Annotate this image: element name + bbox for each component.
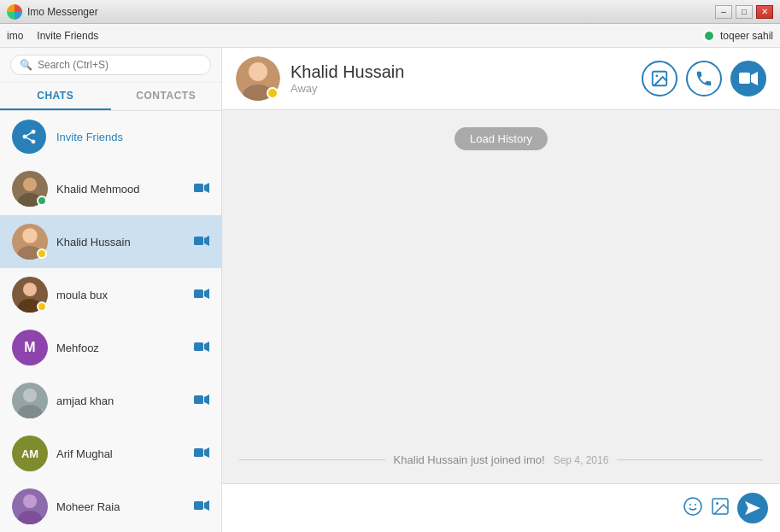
user-name: toqeer sahil (720, 30, 773, 42)
svg-marker-29 (204, 500, 209, 511)
video-icon-5[interactable] (194, 394, 209, 407)
contact-item-moula-bux[interactable]: moula bux (0, 268, 221, 321)
svg-marker-17 (204, 342, 209, 352)
chat-status-badge (267, 87, 279, 99)
image-button[interactable] (710, 496, 730, 521)
svg-marker-24 (204, 447, 209, 458)
yellow-badge (37, 248, 47, 259)
contact-item-moheer-raia[interactable]: Moheer Raia (0, 480, 221, 532)
chat-user-status: Away (290, 82, 642, 95)
svg-rect-23 (194, 448, 203, 457)
avatar-wrapper-4: M (12, 330, 48, 365)
video-icon[interactable] (194, 182, 209, 196)
svg-point-38 (689, 504, 691, 506)
search-wrapper[interactable]: 🔍 (10, 55, 211, 75)
contact-name-5: amjad khan (56, 395, 185, 407)
video-icon-4[interactable] (194, 341, 209, 354)
join-date: Sep 4, 2016 (554, 454, 609, 466)
close-button[interactable]: ✕ (756, 5, 773, 19)
contact-name-7: Moheer Raia (56, 500, 185, 513)
chat-user-name: Khalid Hussain (290, 62, 642, 82)
svg-point-26 (23, 494, 37, 508)
tab-chats[interactable]: CHATS (0, 83, 111, 110)
join-notification: Khalid Hussain just joined imo! Sep 4, 2… (239, 453, 763, 466)
svg-marker-15 (204, 289, 209, 299)
menu-item-imo[interactable]: imo (7, 30, 23, 42)
chat-user-info: Khalid Hussain Away (290, 62, 642, 95)
status-indicator (703, 30, 715, 42)
tab-contacts[interactable]: CONTACTS (111, 83, 222, 110)
minimize-button[interactable]: – (715, 5, 732, 19)
media-button[interactable] (642, 61, 677, 96)
message-input[interactable] (234, 495, 674, 521)
svg-rect-3 (194, 184, 203, 192)
svg-point-31 (249, 62, 267, 81)
svg-marker-10 (204, 236, 209, 246)
invite-avatar (12, 120, 46, 154)
avatar-wrapper-2 (12, 224, 48, 260)
tabs: CHATS CONTACTS (0, 83, 221, 111)
app-icon (7, 4, 22, 20)
load-history-button[interactable]: Load History (455, 127, 548, 150)
input-actions (683, 493, 768, 523)
title-bar-controls: – □ ✕ (715, 5, 773, 19)
search-icon: 🔍 (20, 59, 32, 71)
chat-area: Khalid Hussain Away (222, 48, 780, 532)
send-button[interactable] (737, 493, 768, 523)
menu-item-invite[interactable]: Invite Friends (37, 30, 98, 42)
svg-rect-35 (739, 73, 750, 84)
contact-item-amjad-khan[interactable]: amjad khan (0, 374, 221, 427)
contact-item-mehfooz[interactable]: M Mehfooz (0, 321, 221, 374)
emoji-button[interactable] (683, 496, 703, 521)
menu-bar: imo Invite Friends toqeer sahil (0, 24, 780, 48)
svg-marker-4 (204, 183, 209, 193)
svg-rect-14 (194, 289, 203, 298)
svg-point-39 (695, 504, 696, 506)
svg-marker-22 (204, 395, 209, 405)
chat-actions (642, 61, 766, 96)
avatar-wrapper (12, 171, 48, 207)
contact-item-khalid-mehmood[interactable]: Khalid Mehmood (0, 162, 221, 215)
online-badge (37, 196, 47, 206)
phone-button[interactable] (686, 61, 722, 96)
menu-items: imo Invite Friends (7, 30, 98, 42)
svg-point-1 (23, 178, 37, 191)
video-icon-7[interactable] (194, 500, 209, 513)
svg-rect-28 (194, 501, 203, 510)
sidebar: 🔍 CHATS CONTACTS Invite Friends (0, 48, 222, 532)
join-text: Khalid Hussain just joined imo! (394, 453, 545, 466)
contact-item-khalid-hussain[interactable]: Khalid Hussain (0, 215, 221, 268)
svg-point-41 (716, 502, 718, 505)
svg-point-19 (23, 389, 37, 402)
svg-marker-36 (751, 72, 758, 85)
video-icon-6[interactable] (194, 447, 209, 460)
svg-point-12 (23, 283, 37, 296)
app-title: Imo Messenger (27, 6, 98, 18)
contact-name-2: Khalid Hussain (56, 236, 185, 248)
svg-rect-21 (194, 395, 203, 404)
svg-point-34 (655, 74, 658, 77)
svg-rect-9 (194, 237, 203, 245)
title-bar-left: Imo Messenger (7, 4, 98, 20)
video-call-button[interactable] (730, 61, 766, 96)
avatar-moheer-raia (12, 488, 48, 524)
avatar-wrapper-7 (12, 488, 48, 524)
video-icon-3[interactable] (194, 288, 209, 301)
contact-item-arif-mughal[interactable]: AM Arif Mughal (0, 427, 221, 480)
maximize-button[interactable]: □ (736, 5, 753, 19)
contact-name-6: Arif Mughal (56, 447, 185, 460)
invite-friends-item[interactable]: Invite Friends (0, 111, 221, 162)
contact-name-3: moula bux (56, 289, 185, 301)
chat-messages: Load History Khalid Hussain just joined … (222, 110, 780, 483)
user-status: toqeer sahil (703, 30, 773, 42)
join-line-right (617, 459, 763, 460)
search-input[interactable] (38, 59, 202, 71)
avatar-wrapper-3 (12, 277, 48, 313)
avatar-arif-mughal: AM (12, 436, 48, 471)
contacts-list: Invite Friends Khalid Mehmood (0, 111, 221, 532)
invite-label: Invite Friends (56, 131, 123, 143)
svg-point-37 (684, 498, 701, 515)
video-icon-2[interactable] (194, 235, 209, 248)
title-bar: Imo Messenger – □ ✕ (0, 0, 780, 24)
svg-rect-16 (194, 342, 203, 351)
